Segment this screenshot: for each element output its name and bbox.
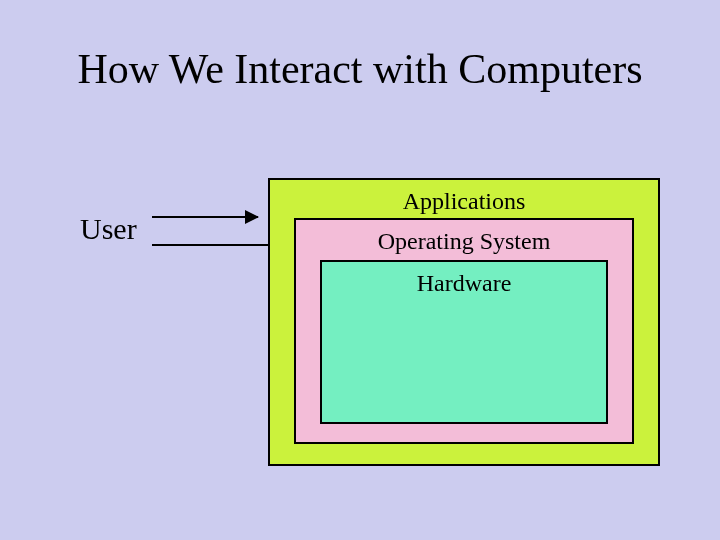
arrow-to-operating-system	[152, 244, 284, 246]
arrow-to-applications	[152, 216, 258, 218]
slide-title: How We Interact with Computers	[0, 45, 720, 93]
operating-system-label: Operating System	[294, 228, 634, 255]
user-label: User	[80, 212, 137, 246]
hardware-label: Hardware	[320, 270, 608, 297]
applications-label: Applications	[268, 188, 660, 215]
